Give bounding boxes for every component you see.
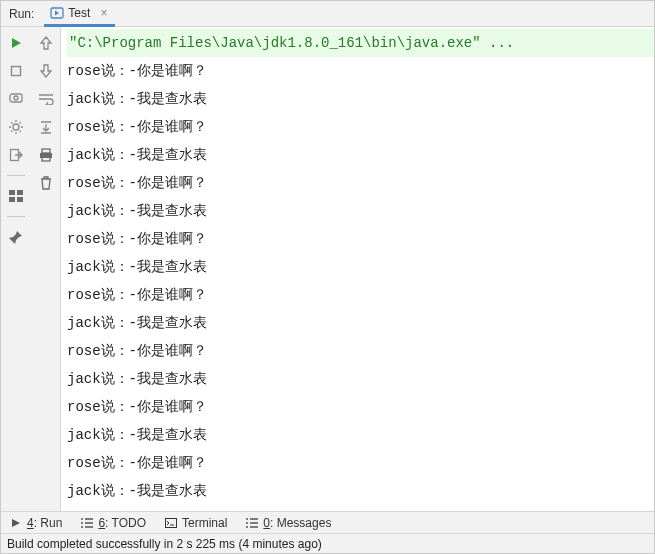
toolwin-todo[interactable]: 6: TODO [80, 516, 146, 530]
svg-rect-6 [9, 190, 15, 195]
tab-close-button[interactable]: × [98, 6, 109, 20]
run-config-icon [50, 6, 64, 20]
toolwin-label: : Run [34, 516, 63, 530]
svg-rect-1 [12, 67, 21, 76]
console-tool-column [31, 27, 61, 511]
output-line: rose说：-你是谁啊？ [67, 113, 654, 141]
output-line: jack说：-我是查水表 [67, 141, 654, 169]
print-button[interactable] [36, 145, 56, 165]
svg-rect-9 [17, 197, 23, 202]
output-line: rose说：-你是谁啊？ [67, 57, 654, 85]
svg-rect-7 [17, 190, 23, 195]
svg-rect-13 [165, 518, 176, 527]
run-label: Run: [9, 7, 34, 21]
toolwin-label: : Messages [270, 516, 331, 530]
svg-rect-12 [42, 157, 50, 161]
output-line: jack说：-我是查水表 [67, 197, 654, 225]
tab-name: Test [68, 6, 90, 20]
scroll-to-end-button[interactable] [36, 117, 56, 137]
up-arrow-icon[interactable] [36, 33, 56, 53]
mnemonic: 4 [27, 516, 34, 530]
output-line: rose说：-你是谁啊？ [67, 449, 654, 477]
toolwin-label: : TODO [105, 516, 146, 530]
toolwin-label: Terminal [182, 516, 227, 530]
soft-wrap-button[interactable] [36, 89, 56, 109]
svg-rect-8 [9, 197, 15, 202]
down-arrow-icon[interactable] [36, 61, 56, 81]
toolwin-run[interactable]: 4: Run [9, 516, 62, 530]
svg-rect-2 [10, 94, 22, 102]
play-icon [9, 516, 23, 530]
run-tab[interactable]: Test × [44, 2, 115, 27]
output-line: rose说：-你是谁啊？ [67, 337, 654, 365]
layout-button[interactable] [6, 186, 26, 206]
svg-point-3 [14, 96, 18, 100]
separator [7, 175, 25, 176]
clear-all-button[interactable] [36, 173, 56, 193]
output-line: rose说：-你是谁啊？ [67, 393, 654, 421]
bug-settings-button[interactable] [6, 117, 26, 137]
list-icon [245, 516, 259, 530]
toolwin-terminal[interactable]: Terminal [164, 516, 227, 530]
status-text: Build completed successfully in 2 s 225 … [7, 537, 322, 551]
mnemonic: 0 [263, 516, 270, 530]
dump-threads-button[interactable] [6, 89, 26, 109]
tool-window-bar: 4: Run 6: TODO Terminal 0: Messages [1, 511, 654, 533]
toolwin-messages[interactable]: 0: Messages [245, 516, 331, 530]
run-tool-column-left [1, 27, 31, 511]
output-line: rose说：-你是谁啊？ [67, 225, 654, 253]
run-header: Run: Test × [1, 1, 654, 27]
exit-button[interactable] [6, 145, 26, 165]
list-icon [80, 516, 94, 530]
output-line: jack说：-我是查水表 [67, 309, 654, 337]
output-line: jack说：-我是查水表 [67, 85, 654, 113]
svg-rect-10 [42, 149, 50, 153]
status-bar: Build completed successfully in 2 s 225 … [1, 533, 654, 553]
rerun-button[interactable] [6, 33, 26, 53]
terminal-icon [164, 516, 178, 530]
output-line: jack说：-我是查水表 [67, 477, 654, 505]
pin-button[interactable] [6, 227, 26, 247]
output-line: rose说：-你是谁啊？ [67, 169, 654, 197]
output-line: jack说：-我是查水表 [67, 421, 654, 449]
command-line: "C:\Program Files\Java\jdk1.8.0_161\bin\… [67, 29, 654, 57]
output-line: jack说：-我是查水表 [67, 253, 654, 281]
console-output[interactable]: "C:\Program Files\Java\jdk1.8.0_161\bin\… [61, 27, 654, 511]
separator [7, 216, 25, 217]
stop-button[interactable] [6, 61, 26, 81]
svg-point-4 [13, 124, 19, 130]
output-line: rose说：-你是谁啊？ [67, 281, 654, 309]
ide-run-panel: Run: Test × [0, 0, 655, 554]
output-line: jack说：-我是查水表 [67, 365, 654, 393]
